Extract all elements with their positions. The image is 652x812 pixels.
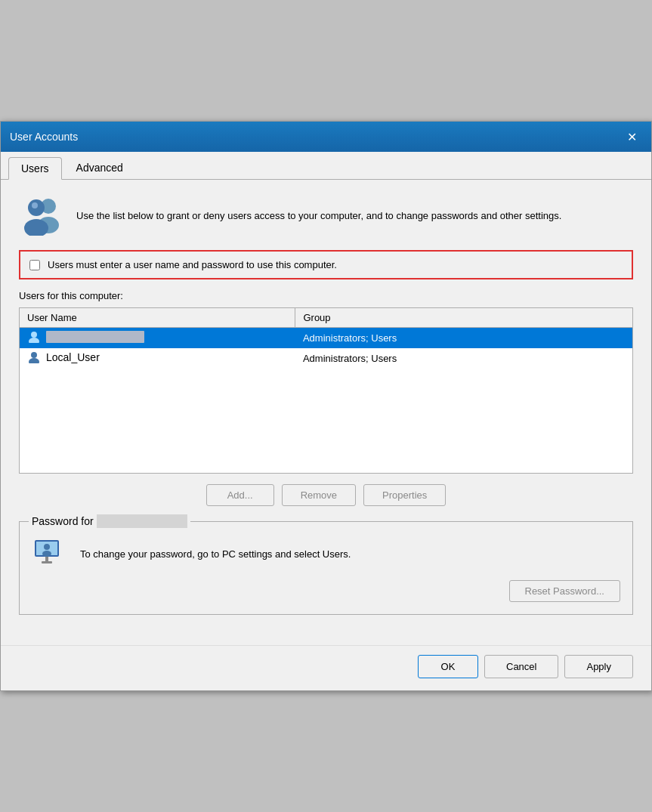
remove-button[interactable]: Remove: [282, 484, 356, 506]
table-row-empty: [20, 387, 632, 405]
must-enter-checkbox[interactable]: [29, 260, 40, 270]
users-graphic: [20, 196, 63, 236]
window-title: User Accounts: [10, 131, 78, 143]
checkbox-label[interactable]: Users must enter a user name and passwor…: [48, 259, 337, 270]
password-legend: Password for: [29, 514, 190, 528]
svg-point-5: [31, 332, 37, 338]
svg-point-6: [29, 338, 39, 343]
title-bar: User Accounts ✕: [1, 122, 651, 152]
tab-users[interactable]: Users: [8, 157, 62, 180]
username-cell: [20, 328, 295, 349]
footer: OK Cancel Apply: [1, 645, 651, 690]
group-cell: Administrators; Users: [295, 328, 632, 349]
description-area: Use the list below to grant or deny user…: [19, 195, 633, 236]
users-table: User Name Group: [20, 308, 632, 459]
table-row-empty: [20, 369, 632, 387]
reset-password-row: Reset Password...: [32, 580, 620, 602]
svg-point-8: [29, 358, 39, 363]
table-row-empty: [20, 441, 632, 459]
description-text: Use the list below to grant or deny user…: [76, 208, 561, 224]
main-content: Use the list below to grant or deny user…: [1, 180, 651, 645]
svg-point-14: [42, 551, 51, 557]
tab-advanced[interactable]: Advanced: [63, 156, 136, 179]
username-text: Local_User: [46, 351, 100, 363]
users-table-wrapper: User Name Group: [19, 307, 633, 474]
add-button[interactable]: Add...: [206, 484, 274, 506]
cancel-button[interactable]: Cancel: [484, 655, 558, 678]
checkbox-container: Users must enter a user name and passwor…: [19, 250, 633, 279]
row-user-icon: [27, 331, 41, 343]
properties-button[interactable]: Properties: [363, 484, 446, 506]
users-section-label: Users for this computer:: [19, 290, 633, 301]
tab-bar: Users Advanced: [1, 152, 651, 180]
col-group: Group: [295, 308, 632, 328]
svg-rect-12: [42, 561, 52, 563]
ok-button[interactable]: OK: [418, 655, 478, 678]
table-row[interactable]: Local_User Administrators; Users: [20, 348, 632, 369]
pc-settings-icon: [32, 537, 70, 571]
row-user-icon: [27, 351, 41, 363]
username-cell: Local_User: [20, 348, 295, 369]
svg-point-7: [31, 352, 37, 358]
table-row[interactable]: Administrators; Users: [20, 328, 632, 349]
users-icon: [19, 195, 64, 236]
svg-point-4: [32, 202, 38, 208]
apply-button[interactable]: Apply: [564, 655, 633, 678]
col-username: User Name: [20, 308, 295, 328]
password-content: To change your password, go to PC settin…: [32, 537, 620, 571]
user-accounts-window: User Accounts ✕ Users Advanced: [0, 121, 652, 691]
reset-password-button[interactable]: Reset Password...: [509, 580, 621, 602]
password-label-prefix: Password for: [32, 515, 94, 527]
close-button[interactable]: ✕: [621, 126, 642, 147]
table-row-empty: [20, 423, 632, 441]
hidden-username: [46, 331, 144, 343]
group-cell: Administrators; Users: [295, 348, 632, 369]
table-row-empty: [20, 405, 632, 423]
pc-settings-graphic: [32, 537, 66, 569]
password-description-text: To change your password, go to PC settin…: [80, 547, 351, 562]
svg-rect-11: [45, 557, 48, 561]
password-section: Password for: [19, 521, 633, 615]
user-action-buttons: Add... Remove Properties: [19, 484, 633, 506]
svg-point-13: [44, 544, 50, 550]
password-username-hidden: [97, 514, 187, 528]
